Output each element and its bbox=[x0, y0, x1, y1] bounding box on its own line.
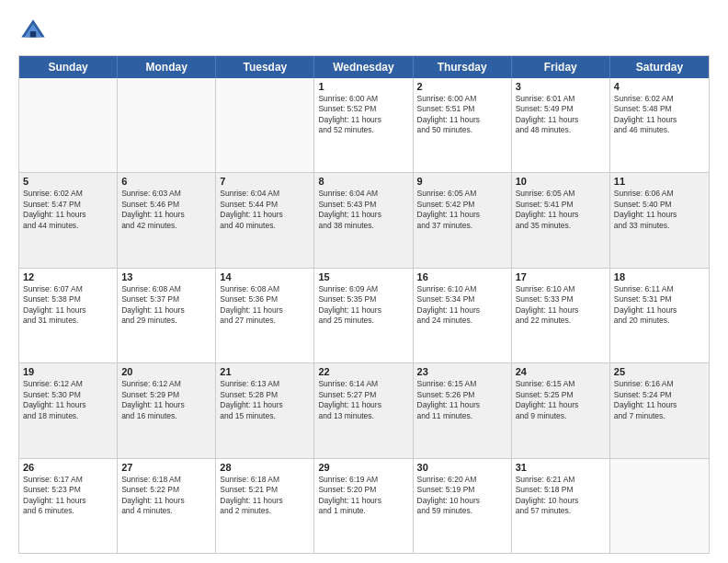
day-number-23: 23 bbox=[417, 366, 507, 377]
day-cell-17: 17Sunrise: 6:10 AM Sunset: 5:33 PM Dayli… bbox=[512, 269, 610, 362]
day-cell-8: 8Sunrise: 6:04 AM Sunset: 5:43 PM Daylig… bbox=[314, 173, 413, 267]
day-info-16: Sunrise: 6:10 AM Sunset: 5:34 PM Dayligh… bbox=[417, 284, 507, 327]
day-number-9: 9 bbox=[417, 176, 507, 187]
empty-cell-0-2 bbox=[216, 78, 314, 172]
day-info-13: Sunrise: 6:08 AM Sunset: 5:37 PM Dayligh… bbox=[121, 284, 211, 327]
day-number-5: 5 bbox=[23, 176, 113, 187]
empty-cell-0-0 bbox=[19, 78, 118, 172]
day-cell-21: 21Sunrise: 6:13 AM Sunset: 5:28 PM Dayli… bbox=[216, 363, 314, 457]
day-cell-12: 12Sunrise: 6:07 AM Sunset: 5:38 PM Dayli… bbox=[19, 269, 118, 362]
calendar-body: 1Sunrise: 6:00 AM Sunset: 5:52 PM Daylig… bbox=[19, 78, 709, 553]
day-info-17: Sunrise: 6:10 AM Sunset: 5:33 PM Dayligh… bbox=[516, 284, 606, 327]
day-number-14: 14 bbox=[220, 271, 310, 282]
calendar-row-2: 12Sunrise: 6:07 AM Sunset: 5:38 PM Dayli… bbox=[19, 269, 709, 363]
day-number-28: 28 bbox=[220, 462, 310, 473]
weekday-header-thursday: Thursday bbox=[414, 56, 512, 78]
day-info-28: Sunrise: 6:18 AM Sunset: 5:21 PM Dayligh… bbox=[220, 475, 310, 517]
day-info-27: Sunrise: 6:18 AM Sunset: 5:22 PM Dayligh… bbox=[121, 475, 211, 517]
day-number-25: 25 bbox=[614, 366, 705, 377]
weekday-header-tuesday: Tuesday bbox=[216, 56, 314, 78]
weekday-header-friday: Friday bbox=[512, 56, 610, 78]
day-info-30: Sunrise: 6:20 AM Sunset: 5:19 PM Dayligh… bbox=[417, 475, 507, 517]
calendar-row-0: 1Sunrise: 6:00 AM Sunset: 5:52 PM Daylig… bbox=[19, 78, 709, 173]
day-cell-26: 26Sunrise: 6:17 AM Sunset: 5:23 PM Dayli… bbox=[19, 459, 118, 553]
day-cell-15: 15Sunrise: 6:09 AM Sunset: 5:35 PM Dayli… bbox=[314, 269, 413, 362]
weekday-header-monday: Monday bbox=[118, 56, 216, 78]
day-number-31: 31 bbox=[516, 462, 606, 473]
day-info-22: Sunrise: 6:14 AM Sunset: 5:27 PM Dayligh… bbox=[318, 379, 408, 421]
day-cell-16: 16Sunrise: 6:10 AM Sunset: 5:34 PM Dayli… bbox=[414, 269, 512, 362]
day-info-29: Sunrise: 6:19 AM Sunset: 5:20 PM Dayligh… bbox=[318, 475, 408, 517]
day-number-7: 7 bbox=[220, 176, 310, 187]
calendar-header: SundayMondayTuesdayWednesdayThursdayFrid… bbox=[19, 56, 709, 78]
day-cell-31: 31Sunrise: 6:21 AM Sunset: 5:18 PM Dayli… bbox=[512, 459, 610, 553]
day-cell-3: 3Sunrise: 6:01 AM Sunset: 5:49 PM Daylig… bbox=[512, 78, 610, 172]
day-cell-2: 2Sunrise: 6:00 AM Sunset: 5:51 PM Daylig… bbox=[414, 78, 512, 172]
day-cell-28: 28Sunrise: 6:18 AM Sunset: 5:21 PM Dayli… bbox=[216, 459, 314, 553]
calendar-row-1: 5Sunrise: 6:02 AM Sunset: 5:47 PM Daylig… bbox=[19, 173, 709, 268]
day-cell-6: 6Sunrise: 6:03 AM Sunset: 5:46 PM Daylig… bbox=[118, 173, 216, 267]
day-number-29: 29 bbox=[318, 462, 408, 473]
calendar-row-4: 26Sunrise: 6:17 AM Sunset: 5:23 PM Dayli… bbox=[19, 459, 709, 553]
day-info-23: Sunrise: 6:15 AM Sunset: 5:26 PM Dayligh… bbox=[417, 379, 507, 421]
day-info-24: Sunrise: 6:15 AM Sunset: 5:25 PM Dayligh… bbox=[516, 379, 606, 421]
empty-cell-4-6 bbox=[610, 459, 709, 553]
day-cell-9: 9Sunrise: 6:05 AM Sunset: 5:42 PM Daylig… bbox=[414, 173, 512, 267]
day-number-16: 16 bbox=[417, 271, 507, 282]
day-info-31: Sunrise: 6:21 AM Sunset: 5:18 PM Dayligh… bbox=[516, 475, 606, 517]
day-number-22: 22 bbox=[318, 366, 408, 377]
day-number-12: 12 bbox=[23, 271, 113, 282]
weekday-header-wednesday: Wednesday bbox=[314, 56, 413, 78]
day-number-11: 11 bbox=[614, 176, 705, 187]
day-info-25: Sunrise: 6:16 AM Sunset: 5:24 PM Dayligh… bbox=[614, 379, 705, 421]
day-number-19: 19 bbox=[23, 366, 113, 377]
day-number-13: 13 bbox=[121, 271, 211, 282]
day-info-7: Sunrise: 6:04 AM Sunset: 5:44 PM Dayligh… bbox=[220, 189, 310, 231]
day-info-11: Sunrise: 6:06 AM Sunset: 5:40 PM Dayligh… bbox=[614, 189, 705, 231]
day-number-30: 30 bbox=[417, 462, 507, 473]
day-info-19: Sunrise: 6:12 AM Sunset: 5:30 PM Dayligh… bbox=[23, 379, 113, 421]
day-info-2: Sunrise: 6:00 AM Sunset: 5:51 PM Dayligh… bbox=[417, 94, 507, 136]
day-cell-20: 20Sunrise: 6:12 AM Sunset: 5:29 PM Dayli… bbox=[118, 363, 216, 457]
day-cell-25: 25Sunrise: 6:16 AM Sunset: 5:24 PM Dayli… bbox=[610, 363, 709, 457]
day-cell-22: 22Sunrise: 6:14 AM Sunset: 5:27 PM Dayli… bbox=[314, 363, 413, 457]
day-info-10: Sunrise: 6:05 AM Sunset: 5:41 PM Dayligh… bbox=[516, 189, 606, 231]
day-info-5: Sunrise: 6:02 AM Sunset: 5:47 PM Dayligh… bbox=[23, 189, 113, 231]
day-info-14: Sunrise: 6:08 AM Sunset: 5:36 PM Dayligh… bbox=[220, 284, 310, 327]
day-info-8: Sunrise: 6:04 AM Sunset: 5:43 PM Dayligh… bbox=[318, 189, 408, 231]
day-cell-23: 23Sunrise: 6:15 AM Sunset: 5:26 PM Dayli… bbox=[414, 363, 512, 457]
day-info-4: Sunrise: 6:02 AM Sunset: 5:48 PM Dayligh… bbox=[614, 94, 705, 136]
header bbox=[18, 17, 710, 46]
day-info-6: Sunrise: 6:03 AM Sunset: 5:46 PM Dayligh… bbox=[121, 189, 211, 231]
logo bbox=[18, 17, 51, 46]
day-cell-14: 14Sunrise: 6:08 AM Sunset: 5:36 PM Dayli… bbox=[216, 269, 314, 362]
day-info-1: Sunrise: 6:00 AM Sunset: 5:52 PM Dayligh… bbox=[318, 94, 408, 136]
day-number-17: 17 bbox=[516, 271, 606, 282]
calendar: SundayMondayTuesdayWednesdayThursdayFrid… bbox=[18, 55, 710, 554]
day-info-15: Sunrise: 6:09 AM Sunset: 5:35 PM Dayligh… bbox=[318, 284, 408, 327]
weekday-header-sunday: Sunday bbox=[19, 56, 118, 78]
day-cell-5: 5Sunrise: 6:02 AM Sunset: 5:47 PM Daylig… bbox=[19, 173, 118, 267]
day-number-15: 15 bbox=[318, 271, 408, 282]
day-cell-30: 30Sunrise: 6:20 AM Sunset: 5:19 PM Dayli… bbox=[414, 459, 512, 553]
day-info-20: Sunrise: 6:12 AM Sunset: 5:29 PM Dayligh… bbox=[121, 379, 211, 421]
day-number-8: 8 bbox=[318, 176, 408, 187]
empty-cell-0-1 bbox=[118, 78, 216, 172]
day-cell-18: 18Sunrise: 6:11 AM Sunset: 5:31 PM Dayli… bbox=[610, 269, 709, 362]
day-cell-24: 24Sunrise: 6:15 AM Sunset: 5:25 PM Dayli… bbox=[512, 363, 610, 457]
day-cell-1: 1Sunrise: 6:00 AM Sunset: 5:52 PM Daylig… bbox=[314, 78, 413, 172]
calendar-row-3: 19Sunrise: 6:12 AM Sunset: 5:30 PM Dayli… bbox=[19, 363, 709, 458]
page: SundayMondayTuesdayWednesdayThursdayFrid… bbox=[0, 0, 728, 563]
day-cell-27: 27Sunrise: 6:18 AM Sunset: 5:22 PM Dayli… bbox=[118, 459, 216, 553]
day-cell-4: 4Sunrise: 6:02 AM Sunset: 5:48 PM Daylig… bbox=[610, 78, 709, 172]
day-number-3: 3 bbox=[516, 81, 606, 92]
day-info-21: Sunrise: 6:13 AM Sunset: 5:28 PM Dayligh… bbox=[220, 379, 310, 421]
day-number-27: 27 bbox=[121, 462, 211, 473]
day-number-24: 24 bbox=[516, 366, 606, 377]
day-number-10: 10 bbox=[516, 176, 606, 187]
day-number-20: 20 bbox=[121, 366, 211, 377]
day-number-4: 4 bbox=[614, 81, 705, 92]
day-info-12: Sunrise: 6:07 AM Sunset: 5:38 PM Dayligh… bbox=[23, 284, 113, 327]
svg-rect-2 bbox=[30, 31, 36, 37]
day-number-2: 2 bbox=[417, 81, 507, 92]
